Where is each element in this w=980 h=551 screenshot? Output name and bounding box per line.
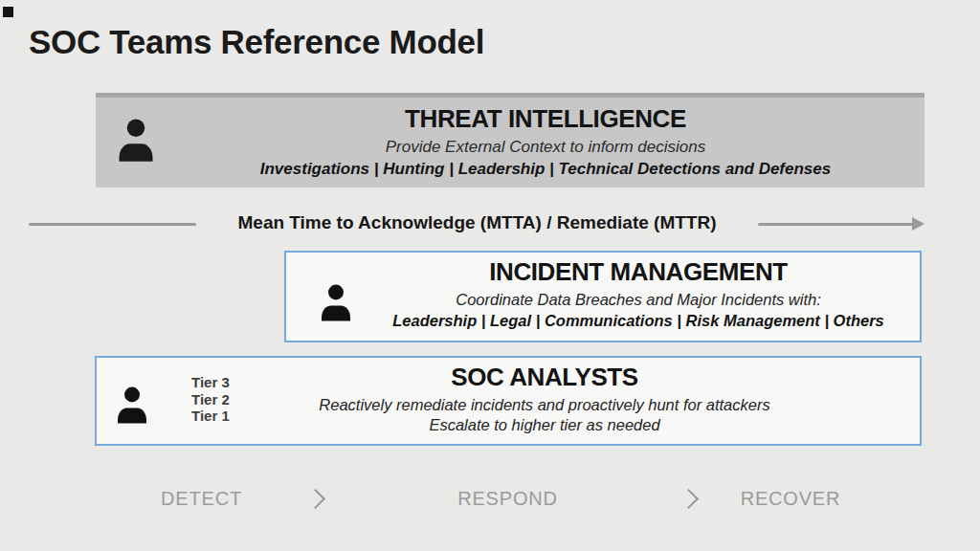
soc-analysts-text: SOC ANALYSTS Reactively remediate incide… xyxy=(169,358,920,444)
person-icon xyxy=(319,281,353,327)
incident-management-subtitle: Coordinate Data Breaches and Major Incid… xyxy=(456,291,821,309)
phase-recover: RECOVER xyxy=(739,488,842,510)
soc-analysts-box: Tier 3 Tier 2 Tier 1 SOC ANALYSTS Reacti… xyxy=(95,356,922,446)
phase-respond: RESPOND xyxy=(453,488,563,510)
slide: SOC Teams Reference Model THREAT INTELLI… xyxy=(0,0,980,551)
threat-intelligence-box: THREAT INTELLIGENCE Provide External Con… xyxy=(96,93,924,187)
threat-intelligence-title: THREAT INTELLIGENCE xyxy=(405,104,686,134)
incident-management-title: INCIDENT MANAGEMENT xyxy=(489,257,788,287)
slide-title: SOC Teams Reference Model xyxy=(29,23,484,61)
chevron-right-icon xyxy=(679,489,699,509)
soc-analysts-detail: Escalate to higher tier as needed xyxy=(429,416,659,434)
mtta-line-right xyxy=(758,223,914,226)
threat-intelligence-detail: Investigations | Hunting | Leadership | … xyxy=(260,160,832,179)
mtta-line-left xyxy=(29,223,196,226)
incident-management-box: INCIDENT MANAGEMENT Coordinate Data Brea… xyxy=(284,251,922,342)
right-arrow-icon xyxy=(912,217,924,231)
threat-intelligence-subtitle: Provide External Context to inform decis… xyxy=(386,138,706,157)
person-icon xyxy=(116,115,156,168)
soc-analysts-title: SOC ANALYSTS xyxy=(451,363,638,392)
corner-marker xyxy=(3,7,13,17)
chevron-right-icon xyxy=(305,489,325,509)
mtta-label: Mean Time to Acknowledge (MTTA) / Remedi… xyxy=(196,212,758,233)
soc-analysts-subtitle: Reactively remediate incidents and proac… xyxy=(319,396,769,414)
person-icon xyxy=(115,383,149,430)
threat-intelligence-text: THREAT INTELLIGENCE Provide External Con… xyxy=(167,98,924,187)
incident-management-detail: Leadership | Legal | Communications | Ri… xyxy=(392,312,884,330)
incident-management-text: INCIDENT MANAGEMENT Coordinate Data Brea… xyxy=(357,253,920,341)
phase-detect: DETECT xyxy=(151,488,252,510)
